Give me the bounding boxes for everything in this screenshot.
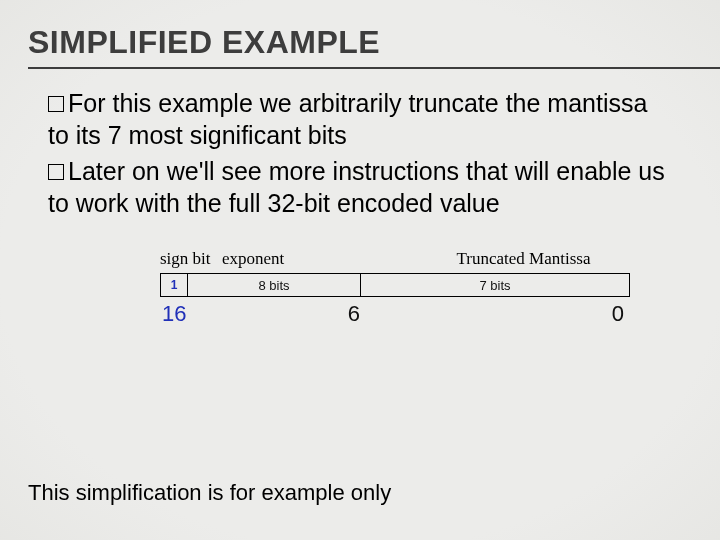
label-exponent: exponent xyxy=(222,249,387,269)
tick-0: 0 xyxy=(384,301,628,327)
bit-index-ticks: 16 6 0 xyxy=(160,301,628,327)
bullet-1-text: For this example we arbitrarily truncate… xyxy=(48,89,647,149)
tick-6: 6 xyxy=(188,301,384,327)
box-sign: 1 xyxy=(161,274,188,296)
tick-16: 16 xyxy=(160,301,188,327)
bit-boxes: 1 8 bits 7 bits xyxy=(160,273,630,297)
bullet-square-icon xyxy=(48,96,64,112)
label-mantissa: Truncated Mantissa xyxy=(387,249,660,269)
bullet-square-icon xyxy=(48,164,64,180)
bullet-2: Later on we'll see more instructions tha… xyxy=(48,155,672,219)
bullet-list: For this example we arbitrarily truncate… xyxy=(48,87,672,219)
box-mantissa: 7 bits xyxy=(361,274,629,296)
footer-note: This simplification is for example only xyxy=(28,480,391,506)
bit-layout-diagram: sign bit exponent Truncated Mantissa 1 8… xyxy=(160,249,660,327)
bullet-1: For this example we arbitrarily truncate… xyxy=(48,87,672,151)
bullet-2-text: Later on we'll see more instructions tha… xyxy=(48,157,665,217)
slide-title: SIMPLIFIED EXAMPLE xyxy=(28,24,692,61)
box-exponent: 8 bits xyxy=(188,274,361,296)
label-sign-bit: sign bit xyxy=(160,249,222,269)
